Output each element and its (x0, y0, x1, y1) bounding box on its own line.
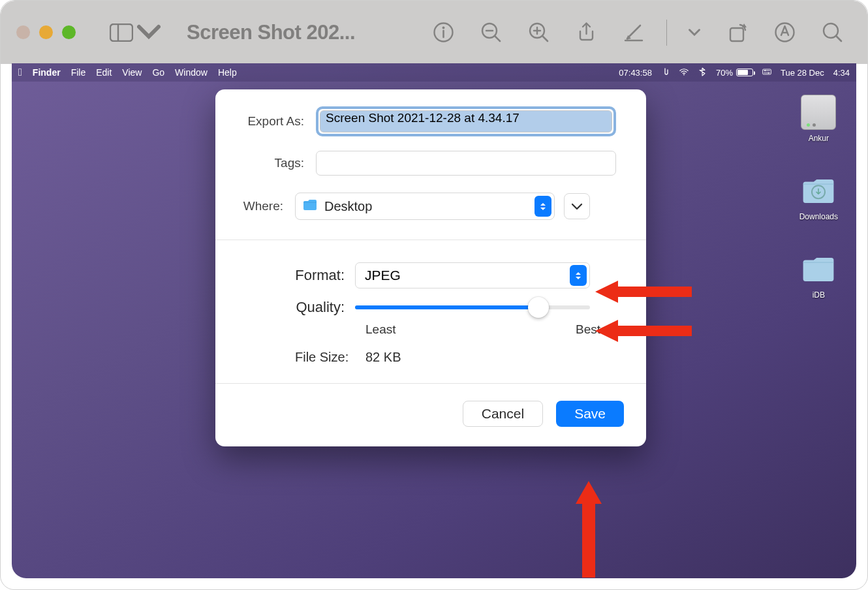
menu-window[interactable]: Window (175, 67, 208, 78)
svg-marker-25 (595, 320, 692, 342)
desktop-icon-downloads[interactable]: Downloads (799, 173, 838, 221)
cancel-button[interactable]: Cancel (463, 401, 543, 427)
bluetooth-icon[interactable] (698, 67, 707, 78)
tags-label: Tags: (238, 156, 316, 170)
menubar-date[interactable]: Tue 28 Dec (781, 68, 824, 78)
hdd-icon (801, 95, 836, 130)
annotation-arrow (595, 279, 693, 305)
export-dialog: Export As: Screen Shot 2021-12-28 at 4.3… (215, 89, 646, 446)
battery-percent: 70% (716, 68, 733, 78)
desktop-icon-label: Ankur (809, 134, 829, 143)
menubar-app-name[interactable]: Finder (33, 67, 61, 78)
save-button[interactable]: Save (556, 401, 624, 427)
where-label: Where: (238, 199, 295, 213)
filesize-value: 82 KB (365, 350, 401, 365)
quality-slider[interactable] (355, 305, 590, 309)
expand-location-button[interactable] (564, 193, 590, 219)
close-window-button[interactable] (16, 25, 30, 39)
format-value: JPEG (365, 268, 570, 283)
wifi-icon[interactable] (679, 67, 689, 78)
fullscreen-window-button[interactable] (62, 25, 76, 39)
menu-view[interactable]: View (122, 67, 142, 78)
share-icon[interactable] (575, 21, 598, 44)
quality-least-label: Least (365, 322, 395, 337)
menu-file[interactable]: File (71, 67, 86, 78)
desktop-icon-label: iDB (813, 290, 825, 300)
svg-point-4 (442, 27, 445, 29)
window-title: Screen Shot 202... (187, 21, 355, 44)
menu-help[interactable]: Help (218, 67, 237, 78)
filename-focus-ring: Screen Shot 2021-12-28 at 4.34.17 (316, 106, 616, 136)
filesize-label: File Size: (295, 350, 363, 365)
desktop-icon-idb[interactable]: iDB (801, 251, 836, 300)
svg-line-6 (495, 36, 500, 41)
highlight-icon[interactable] (773, 21, 796, 44)
svg-point-18 (683, 74, 685, 75)
folder-icon (302, 198, 318, 214)
window-traffic-lights (16, 25, 76, 39)
svg-line-9 (542, 36, 548, 41)
battery-status[interactable]: 70% (716, 68, 753, 78)
annotation-arrow (569, 481, 608, 578)
filename-input[interactable]: Screen Shot 2021-12-28 at 4.34.17 (320, 110, 612, 132)
zoom-out-icon[interactable] (480, 21, 503, 44)
control-center-icon[interactable] (762, 67, 771, 78)
menu-go[interactable]: Go (152, 67, 164, 78)
desktop-icon-label: Downloads (799, 212, 838, 221)
attachment-icon[interactable] (661, 67, 670, 78)
folder-icon (801, 251, 836, 287)
export-as-label: Export As: (238, 114, 316, 129)
sidebar-toggle-button[interactable] (110, 23, 161, 42)
macos-desktop:  Finder File Edit View Go Window Help 0… (12, 63, 856, 578)
where-select[interactable]: Desktop (295, 193, 555, 220)
menubar-time-seconds: 07:43:58 (619, 68, 652, 78)
folder-downloads-icon (801, 173, 836, 208)
search-icon[interactable] (821, 21, 844, 44)
updown-selector-icon (535, 196, 551, 217)
slider-thumb[interactable] (528, 297, 549, 318)
rotate-icon[interactable] (726, 21, 749, 44)
svg-rect-0 (110, 24, 132, 41)
tags-input[interactable] (316, 151, 616, 176)
svg-rect-14 (730, 28, 743, 41)
preview-app-toolbar: Screen Shot 202... (1, 1, 867, 64)
where-value: Desktop (324, 199, 528, 214)
menu-edit[interactable]: Edit (96, 67, 112, 78)
quality-label: Quality: (238, 299, 355, 316)
toolbar-divider (666, 20, 667, 46)
macos-menubar:  Finder File Edit View Go Window Help 0… (12, 63, 856, 82)
format-label: Format: (238, 267, 355, 284)
apple-menu-icon[interactable]:  (18, 67, 22, 78)
desktop-icons: Ankur Downloads iDB (799, 95, 838, 300)
info-icon[interactable] (432, 21, 455, 44)
desktop-icon-hdd[interactable]: Ankur (801, 95, 836, 143)
updown-selector-icon (570, 265, 587, 286)
zoom-in-icon[interactable] (527, 21, 550, 44)
chevron-down-icon[interactable] (688, 21, 701, 44)
annotation-arrow (595, 318, 693, 344)
battery-icon (736, 69, 753, 76)
markup-icon[interactable] (623, 21, 645, 44)
svg-line-17 (836, 36, 841, 41)
svg-marker-24 (595, 281, 692, 303)
svg-marker-26 (576, 481, 602, 578)
svg-rect-19 (762, 69, 771, 74)
minimize-window-button[interactable] (39, 25, 53, 39)
menubar-time[interactable]: 4:34 (833, 68, 850, 78)
format-select[interactable]: JPEG (355, 262, 590, 288)
